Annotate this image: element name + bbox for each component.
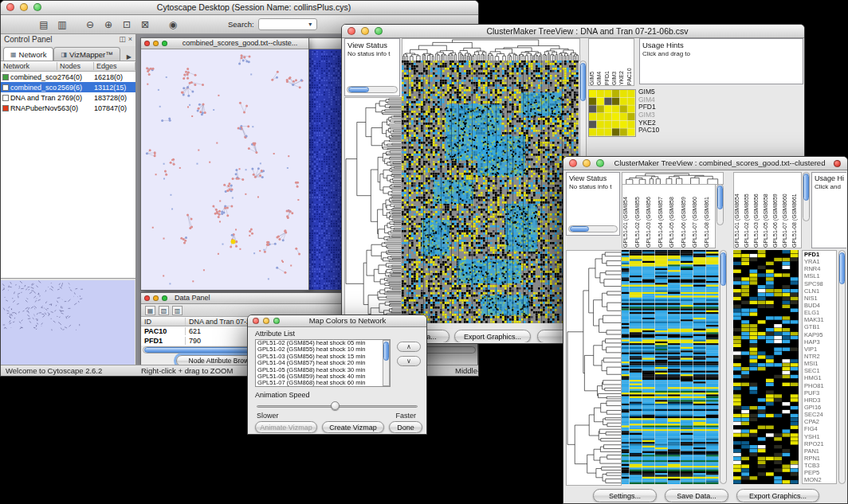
correlation-matrix[interactable]: [588, 89, 636, 137]
done-button[interactable]: Done: [389, 421, 422, 433]
global-heatmap[interactable]: [733, 250, 799, 484]
zoom-icon[interactable]: [162, 295, 167, 301]
save-data-button[interactable]: Save Data...: [665, 489, 728, 502]
column-dendrogram[interactable]: [402, 38, 580, 61]
annotation-icon[interactable]: ◉: [165, 18, 181, 32]
column-label: GPL51-03 (GSM856: [646, 185, 658, 248]
scrollbar-thumb[interactable]: [348, 87, 369, 92]
dialog-titlebar[interactable]: Map Colors to Network: [248, 315, 426, 327]
column-label: GPL51-06 (GSM859: [681, 185, 693, 248]
zoom-button[interactable]: [596, 159, 604, 167]
network-overview[interactable]: [1, 280, 135, 365]
treeview2-content: View Status No status info t GPL51-01 (G…: [564, 170, 846, 502]
gene-label: PHO81: [804, 382, 836, 389]
network-row[interactable]: combined_sco 2569(6) 13112(15): [1, 82, 135, 92]
desktop: Cytoscape Desktop (Session Name: collins…: [0, 0, 848, 504]
zoom-button[interactable]: [33, 3, 41, 11]
close-icon[interactable]: [144, 295, 150, 301]
network-row[interactable]: RNAPuberNov2 f 563(0) 107847(0): [1, 103, 135, 113]
network-row[interactable]: DNA and Tran 07 2769(0) 183728(0): [1, 92, 135, 103]
minimize-icon[interactable]: [153, 41, 159, 46]
scrollbar-thumb[interactable]: [717, 186, 723, 209]
zoom-button[interactable]: [273, 318, 280, 324]
attribute-item[interactable]: GPL51-07 (GSM868) heat shock 60 min: [256, 380, 390, 386]
tab-overflow-button[interactable]: ▶: [123, 53, 135, 61]
control-panel-tabs: ▦ Network ◨ VizMapper™ ▶: [1, 46, 135, 61]
close-button[interactable]: [569, 159, 577, 167]
gene-label: MAK31: [804, 316, 836, 323]
view-status-hscrollbar[interactable]: [568, 225, 618, 232]
heatmap-vscrollbar[interactable]: [720, 250, 727, 484]
column-label-vscrollbar[interactable]: [803, 172, 810, 221]
control-panel-title: Control Panel: [4, 35, 119, 45]
float-panel-icon[interactable]: ◫: [119, 35, 126, 45]
zoom-icon[interactable]: [162, 41, 167, 46]
minimize-icon[interactable]: [153, 295, 159, 301]
network-window-1-titlebar[interactable]: combined_scores_good.txt--cluste...: [141, 38, 308, 49]
scrollbar-thumb[interactable]: [383, 342, 389, 361]
status-hint-pan: Middle-: [455, 366, 480, 375]
heatmap[interactable]: [402, 61, 579, 323]
move-up-button[interactable]: ∧: [397, 342, 421, 352]
cytoscape-titlebar[interactable]: Cytoscape Desktop (Session Name: collins…: [1, 1, 478, 15]
minimize-button[interactable]: [361, 27, 369, 35]
close-button[interactable]: [6, 3, 14, 11]
zoom-fit-icon[interactable]: ⊡: [119, 18, 135, 32]
network-row[interactable]: combined_scores 2764(0) 16218(0): [1, 72, 135, 82]
network-view[interactable]: [141, 49, 308, 290]
animate-vizmap-button[interactable]: Animate Vizmap: [255, 421, 317, 433]
attribute-function-icon[interactable]: ▥: [172, 306, 183, 315]
settings-button[interactable]: Settings...: [593, 489, 657, 502]
treeview1-titlebar[interactable]: ClusterMaker TreeView : DNA and Tran 07-…: [342, 25, 804, 38]
tab-network[interactable]: ▦ Network: [3, 47, 53, 61]
status-hint-zoom: Right-click + drag to ZOOM: [141, 366, 233, 375]
close-icon[interactable]: [144, 41, 150, 46]
column-label: GPL51-03 (GSM8656: [753, 173, 763, 248]
row-dendrogram[interactable]: [566, 250, 622, 486]
column-label-vscrollbar[interactable]: [716, 184, 724, 225]
close-button[interactable]: [347, 27, 355, 35]
scrollbar-thumb[interactable]: [720, 252, 726, 286]
open-icon[interactable]: ▤: [36, 18, 52, 32]
column-dendrogram[interactable]: [622, 172, 724, 185]
dialog-title: Map Colors to Network: [286, 316, 409, 325]
zoom-out-icon[interactable]: ⊖: [82, 18, 98, 32]
attribute-listbox[interactable]: GPL51-02 (GSM854) heat shock 05 minGPL51…: [255, 339, 391, 387]
gene-label: CPA2: [804, 418, 836, 425]
row-dendrogram[interactable]: [344, 97, 402, 325]
network-icon: [2, 74, 9, 80]
scrollbar-thumb[interactable]: [570, 226, 589, 232]
heatmap[interactable]: [622, 250, 719, 484]
zoom-in-icon[interactable]: ⊕: [100, 18, 116, 32]
matrix-column-label: GIM3: [611, 39, 618, 85]
close-button[interactable]: [253, 318, 259, 324]
create-vizmap-button[interactable]: Create Vizmap: [322, 421, 384, 433]
move-down-button[interactable]: ∨: [397, 356, 421, 366]
scrollbar-thumb[interactable]: [580, 63, 586, 101]
close-panel-icon[interactable]: ×: [128, 35, 132, 45]
network-icon: [2, 84, 9, 91]
minimize-button[interactable]: [583, 159, 591, 167]
gene-list-vscrollbar[interactable]: [838, 250, 846, 484]
attribute-select-icon[interactable]: ▦: [145, 306, 155, 315]
gene-label: YRA1: [804, 258, 836, 265]
slider-thumb[interactable]: [331, 401, 340, 410]
minimize-button[interactable]: [263, 318, 269, 324]
search-combo[interactable]: ▾: [258, 18, 317, 30]
delete-attribute-icon[interactable]: ▧: [159, 306, 169, 315]
tab-vizmapper[interactable]: ◨ VizMapper™: [53, 47, 120, 61]
minimize-button[interactable]: [20, 3, 28, 11]
scrollbar-thumb[interactable]: [803, 174, 809, 201]
export-graphics-button[interactable]: Export Graphics...: [736, 489, 819, 502]
zoom-selected-icon[interactable]: ⊠: [137, 18, 153, 32]
save-icon[interactable]: ▥: [54, 18, 70, 32]
attribute-list-vscrollbar[interactable]: [383, 340, 390, 386]
scrollbar-thumb[interactable]: [839, 252, 845, 284]
slower-label: Slower: [257, 412, 279, 420]
zoom-button[interactable]: [375, 27, 383, 35]
export-graphics-button[interactable]: Export Graphics...: [454, 330, 531, 342]
treeview2-titlebar[interactable]: ClusterMaker TreeView : combined_scores_…: [563, 157, 847, 170]
gene-label: RNR4: [804, 265, 836, 272]
view-status-hscrollbar[interactable]: [347, 86, 398, 93]
column-label: GPL51-02 (GSM8655: [744, 173, 753, 248]
